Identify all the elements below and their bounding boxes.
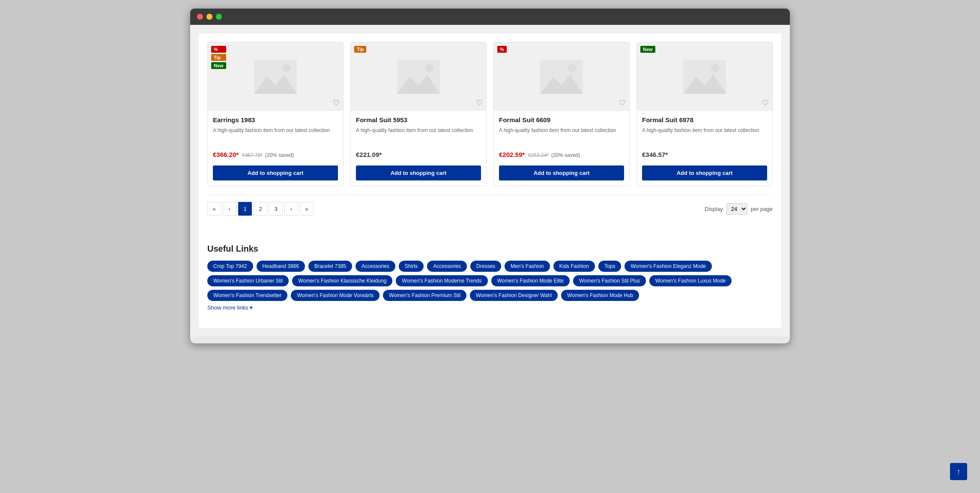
badge-new: New	[640, 46, 655, 53]
link-pill[interactable]: Women's Fashion Eleganz Mode	[624, 261, 712, 272]
price-original: €253.24*	[528, 152, 549, 158]
link-pill[interactable]: Women's Fashion Luxus Mode	[649, 275, 732, 286]
display-label: Display	[705, 206, 723, 212]
product-price-area: €221.09*	[356, 151, 481, 161]
product-info: Earrings 1983 A high-quality fashion ite…	[208, 111, 343, 186]
link-pill[interactable]: Men's Fashion	[505, 261, 550, 272]
product-card-formal-suit-6609: % ♡ Formal Suit 6609 A high-quality fash…	[493, 42, 630, 186]
product-name: Formal Suit 6609	[499, 116, 624, 123]
link-pill[interactable]: Women's Fashion Klassische Kleidung	[292, 275, 392, 286]
link-pill[interactable]: Accessories	[427, 261, 467, 272]
first-page-button[interactable]: «	[207, 202, 221, 216]
product-card-earrings-1983: %TipNew ♡ Earrings 1983 A high-quality f…	[207, 42, 344, 186]
close-button[interactable]	[197, 14, 203, 20]
product-image-placeholder	[351, 42, 486, 111]
product-image-wrapper: New ♡	[637, 42, 772, 111]
page-2-button[interactable]: 2	[254, 202, 267, 216]
svg-point-2	[282, 64, 290, 72]
link-pill[interactable]: Women's Fashion Mode Elite	[491, 275, 570, 286]
add-to-cart-button[interactable]: Add to shopping cart	[642, 165, 767, 180]
product-price-area: €346.57*	[642, 151, 767, 161]
badge-container: Tip	[354, 46, 366, 53]
link-pill[interactable]: Accessories	[356, 261, 395, 272]
browser-content: %TipNew ♡ Earrings 1983 A high-quality f…	[190, 25, 790, 337]
link-pill[interactable]: Shirts	[399, 261, 424, 272]
add-to-cart-button[interactable]: Add to shopping cart	[356, 165, 481, 180]
product-description: A high-quality fashion item from our lat…	[499, 127, 624, 144]
per-page-label: per page	[751, 206, 773, 212]
bottom-bar	[190, 337, 790, 343]
link-pill[interactable]: Dresses	[470, 261, 501, 272]
link-pill[interactable]: Women's Fashion Mode Hub	[561, 290, 639, 301]
badge-container: %	[497, 46, 507, 53]
add-to-cart-button[interactable]: Add to shopping cart	[499, 165, 624, 180]
useful-links-section: Useful Links Crop Top 7942Headband 3886B…	[207, 235, 773, 319]
badge-new: New	[211, 62, 226, 69]
product-description: A high-quality fashion item from our lat…	[356, 127, 481, 144]
link-pill[interactable]: Women's Fashion Premium Stil	[383, 290, 466, 301]
pagination: « ‹ 1 2 3 › »	[207, 202, 314, 216]
product-image-placeholder	[208, 42, 343, 111]
link-pill[interactable]: Women's Fashion Stil Plus	[573, 275, 646, 286]
link-pill[interactable]: Women's Fashion Moderne Trends	[396, 275, 487, 286]
svg-point-11	[711, 64, 720, 72]
price-current: €366.20*	[213, 151, 239, 158]
product-name: Formal Suit 5953	[356, 116, 481, 123]
product-card-formal-suit-6978: New ♡ Formal Suit 6978 A high-quality fa…	[636, 42, 773, 186]
product-image-placeholder	[494, 42, 629, 111]
product-description: A high-quality fashion item from our lat…	[642, 127, 767, 144]
price-current: €221.09*	[356, 151, 382, 158]
link-pill[interactable]: Women's Fashion Urbaner Stil	[207, 275, 289, 286]
per-page-area: Display 12243648 per page	[705, 203, 773, 215]
minimize-button[interactable]	[206, 14, 212, 20]
product-card-formal-suit-5953: Tip ♡ Formal Suit 5953 A high-quality fa…	[350, 42, 487, 186]
link-pill[interactable]: Crop Top 7942	[207, 261, 253, 272]
product-image-placeholder	[637, 42, 772, 111]
wishlist-button[interactable]: ♡	[333, 98, 340, 108]
links-row-2: Women's Fashion Urbaner StilWomen's Fash…	[207, 275, 773, 286]
link-pill[interactable]: Women's Fashion Trendsetter	[207, 290, 287, 301]
link-pill[interactable]: Headband 3886	[257, 261, 305, 272]
badge-tip: Tip	[211, 54, 226, 61]
page-3-button[interactable]: 3	[269, 202, 283, 216]
prev-page-button[interactable]: ‹	[223, 202, 236, 216]
link-pill[interactable]: Tops	[598, 261, 621, 272]
maximize-button[interactable]	[216, 14, 222, 20]
price-original: €467.75*	[242, 152, 263, 158]
product-image-wrapper: %TipNew ♡	[208, 42, 343, 111]
product-name: Formal Suit 6978	[642, 116, 767, 123]
page-1-button[interactable]: 1	[238, 202, 252, 216]
badge-percent: %	[211, 46, 226, 53]
next-page-button[interactable]: ›	[284, 202, 298, 216]
price-savings: (20% saved)	[551, 152, 580, 158]
price-savings: (20% saved)	[265, 152, 294, 158]
price-current: €346.57*	[642, 151, 668, 158]
last-page-button[interactable]: »	[300, 202, 314, 216]
link-pill[interactable]: Kids Fashion	[553, 261, 595, 272]
badge-container: New	[640, 46, 655, 53]
add-to-cart-button[interactable]: Add to shopping cart	[213, 165, 338, 180]
useful-links-title: Useful Links	[207, 244, 773, 254]
link-pill[interactable]: Women's Fashion Designer Wahl	[470, 290, 558, 301]
wishlist-button[interactable]: ♡	[762, 98, 769, 108]
show-more-label: Show more links	[207, 304, 248, 311]
svg-point-5	[425, 64, 433, 72]
price-current: €202.59*	[499, 151, 525, 158]
chevron-down-icon: ▾	[250, 304, 253, 311]
product-name: Earrings 1983	[213, 116, 338, 123]
product-info: Formal Suit 5953 A high-quality fashion …	[351, 111, 486, 186]
product-price-area: €366.20* €467.75* (20% saved)	[213, 151, 338, 161]
svg-point-8	[568, 64, 577, 72]
wishlist-button[interactable]: ♡	[619, 98, 626, 108]
per-page-select[interactable]: 12243648	[726, 203, 747, 215]
link-pill[interactable]: Women's Fashion Mode Vorwärts	[291, 290, 379, 301]
product-info: Formal Suit 6978 A high-quality fashion …	[637, 111, 772, 186]
links-row-3: Women's Fashion TrendsetterWomen's Fashi…	[207, 290, 773, 301]
product-price-area: €202.59* €253.24* (20% saved)	[499, 151, 624, 161]
product-description: A high-quality fashion item from our lat…	[213, 127, 338, 144]
wishlist-button[interactable]: ♡	[476, 98, 483, 108]
link-pill[interactable]: Bracelet 7385	[308, 261, 352, 272]
badge-percent: %	[497, 46, 507, 53]
badge-container: %TipNew	[211, 46, 226, 69]
show-more-links-button[interactable]: Show more links ▾	[207, 304, 253, 311]
